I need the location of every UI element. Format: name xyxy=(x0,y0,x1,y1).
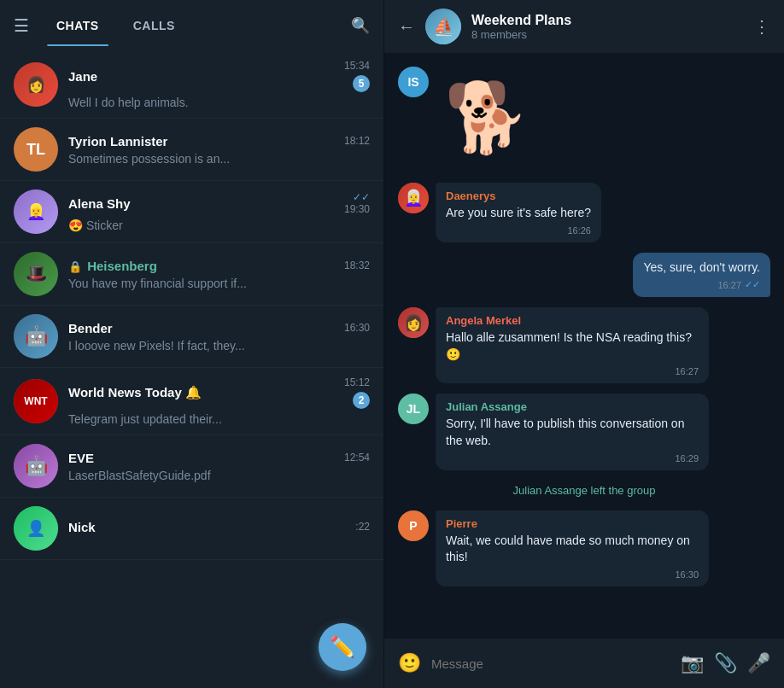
chat-input-area: 🙂 📷 📎 🎤 xyxy=(384,638,784,688)
avatar: 👱‍♀️ xyxy=(14,189,58,234)
message-row: P Pierre Wait, we could have made so muc… xyxy=(398,510,770,586)
emoji-button[interactable]: 🙂 xyxy=(398,652,421,674)
chat-time: 12:54 xyxy=(344,452,370,464)
right-meta: 12:54 xyxy=(337,452,370,464)
avatar: 🤖 xyxy=(14,444,58,488)
message-meta: 16:30 xyxy=(446,569,699,580)
chat-preview: LaserBlastSafetyGuide.pdf xyxy=(68,469,370,482)
group-members: 8 members xyxy=(471,28,743,41)
message-text: Sorry, I'll have to publish this convers… xyxy=(446,416,699,449)
avatar: 👩‍🦳 xyxy=(398,183,429,213)
list-item[interactable]: 🎩 🔒 Heisenberg 18:32 You have my financi… xyxy=(0,243,383,306)
right-meta: 15:12 2 xyxy=(337,376,370,409)
search-icon[interactable]: 🔍 xyxy=(351,16,370,35)
back-button[interactable]: ← xyxy=(398,17,415,37)
chat-header: ← ⛵ Weekend Plans 8 members ⋮ xyxy=(384,0,784,53)
chat-info: Alena Shy ✓✓ 19:30 😍 Sticker xyxy=(68,191,370,232)
avatar: 🤖 xyxy=(14,314,58,359)
list-item[interactable]: 👤 Nick :22 xyxy=(0,498,383,560)
attach-button[interactable]: 📎 xyxy=(714,652,737,674)
avatar: IS xyxy=(398,67,429,97)
chat-preview: 😍 Sticker xyxy=(68,219,370,232)
message-row: Yes, sure, don't worry. 16:27 ✓✓ xyxy=(398,253,770,298)
avatar: 👩 xyxy=(14,62,58,107)
chat-name: World News Today 🔔 xyxy=(68,385,202,400)
list-item[interactable]: TL Tyrion Lannister 18:12 Sometimes poss… xyxy=(0,119,383,181)
avatar: 👩 xyxy=(398,307,429,338)
message-time: 16:30 xyxy=(675,569,699,580)
chat-info: Tyrion Lannister 18:12 Sometimes possess… xyxy=(68,134,370,166)
chat-preview: You have my financial support if... xyxy=(68,277,370,290)
message-text: Yes, sure, don't worry. xyxy=(643,259,760,277)
message-bubble: Angela Merkel Hallo alle zusammen! Is th… xyxy=(436,307,709,383)
list-item[interactable]: 🤖 Bender 16:30 I looove new Pixels! If f… xyxy=(0,306,383,368)
messages-area: IS 🐕 👩‍🦳 Daenerys Are you sure it's safe… xyxy=(384,53,784,638)
message-bubble: Pierre Wait, we could have made so much … xyxy=(436,510,709,586)
message-row: JL Julian Assange Sorry, I'll have to pu… xyxy=(398,394,770,469)
message-input[interactable] xyxy=(431,656,670,671)
chat-time: 19:30 xyxy=(344,203,370,215)
chat-time: 15:12 xyxy=(344,376,370,388)
list-item[interactable]: 🤖 EVE 12:54 LaserBlastSafetyGuide.pdf xyxy=(0,435,383,498)
message-bubble: Julian Assange Sorry, I'll have to publi… xyxy=(436,394,709,469)
message-meta: 16:27 ✓✓ xyxy=(643,279,760,290)
left-panel: ☰ CHATS CALLS 🔍 👩 Jane xyxy=(0,0,384,688)
list-item[interactable]: 👩 Jane 15:34 5 Well I do help animals. xyxy=(0,51,383,119)
unread-badge: 5 xyxy=(353,75,370,92)
sticker: 🐕 xyxy=(436,67,538,169)
right-meta: 15:34 5 xyxy=(337,60,370,92)
microphone-button[interactable]: 🎤 xyxy=(747,652,770,674)
chat-info: World News Today 🔔 15:12 2 Telegram just… xyxy=(68,376,370,426)
compose-fab[interactable]: ✏️ xyxy=(319,623,366,671)
chat-name: Tyrion Lannister xyxy=(68,134,167,149)
tab-chats[interactable]: CHATS xyxy=(39,12,116,39)
chat-list: 👩 Jane 15:34 5 Well I do help animals. T… xyxy=(0,51,383,560)
chat-header-info: Weekend Plans 8 members xyxy=(471,13,743,41)
chat-time: 16:30 xyxy=(344,322,370,334)
message-meta: 16:26 xyxy=(446,225,591,236)
message-time: 16:27 xyxy=(717,280,741,290)
hamburger-icon[interactable]: ☰ xyxy=(14,15,29,36)
right-meta: 16:30 xyxy=(337,322,370,334)
group-name: Weekend Plans xyxy=(471,13,743,28)
avatar: WNT xyxy=(14,379,58,423)
lock-icon: 🔒 xyxy=(68,260,82,273)
message-text: Are you sure it's safe here? xyxy=(446,205,591,222)
message-bubble: Yes, sure, don't worry. 16:27 ✓✓ xyxy=(633,253,770,298)
message-sender: Angela Merkel xyxy=(446,314,699,327)
list-item[interactable]: 👱‍♀️ Alena Shy ✓✓ 19:30 😍 Sticker xyxy=(0,181,383,243)
chat-preview: I looove new Pixels! If fact, they... xyxy=(68,339,370,353)
message-text: Wait, we could have made so much money o… xyxy=(446,533,699,566)
chat-name: Alena Shy xyxy=(68,196,131,211)
chat-name: Bender xyxy=(68,321,113,335)
list-item[interactable]: WNT World News Today 🔔 15:12 2 Telegram … xyxy=(0,368,383,435)
chat-info: EVE 12:54 LaserBlastSafetyGuide.pdf xyxy=(68,451,370,482)
chat-time: 18:12 xyxy=(344,135,370,147)
right-meta: 18:32 xyxy=(337,259,370,271)
chat-info: 🔒 Heisenberg 18:32 You have my financial… xyxy=(68,259,370,290)
avatar: P xyxy=(398,510,429,541)
avatar: JL xyxy=(398,394,429,424)
right-meta: :22 xyxy=(348,521,370,533)
camera-button[interactable]: 📷 xyxy=(681,652,704,674)
more-options-button[interactable]: ⋮ xyxy=(753,16,770,37)
message-time: 16:26 xyxy=(567,225,591,236)
message-sender: Julian Assange xyxy=(446,400,699,413)
chat-name: Jane xyxy=(68,69,97,84)
chat-preview: Well I do help animals. xyxy=(68,96,370,109)
chat-info: Bender 16:30 I looove new Pixels! If fac… xyxy=(68,321,370,353)
message-sender: Pierre xyxy=(446,517,699,530)
tabs-container: CHATS CALLS xyxy=(39,12,341,39)
group-avatar: ⛵ xyxy=(425,9,461,44)
sticker-message: 🐕 xyxy=(436,67,538,169)
message-row: 👩‍🦳 Daenerys Are you sure it's safe here… xyxy=(398,183,770,242)
chat-info: Jane 15:34 5 Well I do help animals. xyxy=(68,60,370,109)
tab-calls[interactable]: CALLS xyxy=(116,12,192,39)
chat-list-wrapper: 👩 Jane 15:34 5 Well I do help animals. T… xyxy=(0,51,383,688)
message-row: IS 🐕 xyxy=(398,67,770,172)
message-time: 16:27 xyxy=(675,366,699,376)
message-text: Hallo alle zusammen! Is the NSA reading … xyxy=(446,329,699,363)
avatar: 🎩 xyxy=(14,252,58,296)
avatar: 👤 xyxy=(14,506,58,551)
message-meta: 16:27 xyxy=(446,366,699,376)
